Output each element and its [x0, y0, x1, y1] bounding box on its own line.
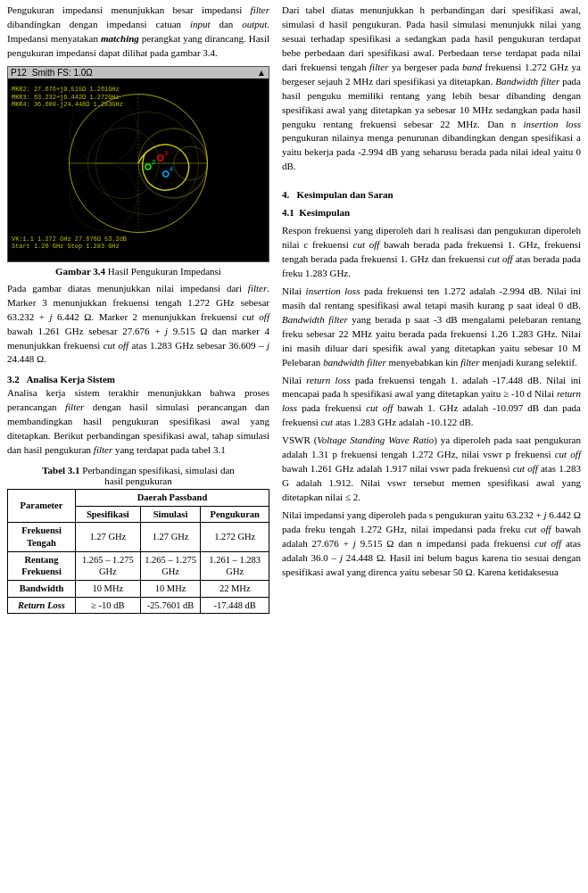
simulasi-rentang: 1.265 – 1.275 GHz	[140, 551, 201, 580]
spesifikasi-rentang: 1.265 – 1.275 GHz	[76, 551, 141, 580]
section-41-head: 4.1 Kesimpulan	[282, 206, 581, 220]
page-container: Pengukuran impedansi menunjukkan besar i…	[0, 0, 588, 893]
right-para-4: Nilai return loss pada frekuensi tengah …	[282, 374, 581, 431]
section-32-body: Analisa kerja sistem terakhir menunjukka…	[7, 386, 269, 458]
intro-para-1: Pengukuran impedansi menunjukkan besar i…	[7, 4, 269, 61]
col-simulasi: Simulasi	[140, 506, 201, 523]
simulasi-return-loss: -25.7601 dB	[140, 597, 201, 614]
smith-title-left: P12 Smith FS: 1.0Ω	[11, 68, 93, 78]
smith-chart-svg: 3 2 4 VK:1.1 1.272 GHz 27.676Ω 53.2dB St…	[8, 79, 269, 253]
pengukuran-bandwidth: 22 MHz	[201, 580, 269, 597]
left-para-marker: Pada gambar diatas menunjukkan nilai imp…	[7, 282, 269, 368]
svg-text:MKR2: 27.676+j9.515Ω  1.261GHz: MKR2: 27.676+j9.515Ω 1.261GHz	[12, 85, 120, 92]
table-title: Tabel 3.1 Perbandingan spesifikasi, simu…	[7, 465, 269, 486]
spesifikasi-bandwidth: 10 MHz	[76, 580, 141, 597]
table-row: Rentang Frekuensi 1.265 – 1.275 GHz 1.26…	[8, 551, 269, 580]
right-para-2: Respon frekuensi yang diperoleh dari h r…	[282, 224, 581, 281]
simulasi-frek-tengah: 1.27 GHz	[140, 523, 201, 551]
smith-chart-body: 3 2 4 VK:1.1 1.272 GHz 27.676Ω 53.2dB St…	[8, 79, 269, 253]
smith-window-controls: ▲	[257, 68, 266, 78]
smith-chart-titlebar: P12 Smith FS: 1.0Ω ▲	[8, 67, 269, 79]
svg-text:VK:1.1  1.272 GHz  27.676Ω  53: VK:1.1 1.272 GHz 27.676Ω 53.2dB	[12, 236, 127, 243]
comparison-table: Parameter Daerah Passband Spesifikasi Si…	[7, 489, 269, 614]
pengukuran-rentang: 1.261 – 1.283 GHz	[201, 551, 269, 580]
smith-fs-label: Smith FS: 1.0Ω	[32, 68, 93, 78]
svg-text:2: 2	[152, 158, 156, 166]
smith-title: P12	[11, 68, 27, 78]
col-pengukuran: Pengukuran	[201, 506, 269, 523]
col-parameter: Parameter	[8, 490, 76, 523]
table-row: Bandwidth 10 MHz 10 MHz 22 MHz	[8, 580, 269, 597]
spesifikasi-frek-tengah: 1.27 GHz	[76, 523, 141, 551]
right-column: Dari tabel diatas menunjukkan h perbandi…	[277, 0, 588, 893]
svg-text:MKR4: 36.609-j24.448Ω 1.283GHz: MKR4: 36.609-j24.448Ω 1.283GHz	[12, 101, 123, 108]
section-32-head: 3.2 Analisa Kerja Sistem	[7, 374, 269, 384]
matching-text: matching	[101, 33, 139, 44]
svg-text:4: 4	[170, 165, 174, 173]
table-row: Return Loss ≥ -10 dB -25.7601 dB -17.448…	[8, 597, 269, 614]
table-row: Frekuensi Tengah 1.27 GHz 1.27 GHz 1.272…	[8, 523, 269, 551]
pengukuran-return-loss: -17.448 dB	[201, 597, 269, 614]
smith-chart-container: P12 Smith FS: 1.0Ω ▲	[7, 66, 269, 262]
pengukuran-frek-tengah: 1.272 GHz	[201, 523, 269, 551]
right-para-3: Nilai insertion loss pada frekuensi ten …	[282, 285, 581, 370]
spesifikasi-return-loss: ≥ -10 dB	[76, 597, 141, 614]
svg-text:Start 1.26 GHz    Stop 1.283 G: Start 1.26 GHz Stop 1.283 GHz	[12, 243, 120, 250]
param-frek-tengah: Frekuensi Tengah	[8, 523, 76, 551]
param-bandwidth: Bandwidth	[8, 580, 76, 597]
right-para-1: Dari tabel diatas menunjukkan h perbandi…	[282, 4, 581, 174]
section-4-head: 4. Kesimpulan dan Saran	[282, 188, 581, 203]
param-return-loss: Return Loss	[8, 597, 76, 614]
simulasi-bandwidth: 10 MHz	[140, 580, 201, 597]
left-column: Pengukuran impedansi menunjukkan besar i…	[0, 0, 277, 893]
col-spesifikasi: Spesifikasi	[76, 506, 141, 523]
fig-caption: Gambar 3.4 Hasil Pengukuran Impedansi	[7, 266, 269, 277]
param-rentang: Rentang Frekuensi	[8, 551, 76, 580]
right-para-6: Nilai impedansi yang diperoleh pada s pe…	[282, 509, 581, 580]
svg-text:3: 3	[164, 149, 169, 157]
right-para-5: VSWR (Voltage Standing Wave Ratio) ya di…	[282, 434, 581, 505]
svg-text:MKR3: 63.232+j6.442Ω  1.272GHz: MKR3: 63.232+j6.442Ω 1.272GHz	[12, 93, 120, 100]
col-passband-header: Daerah Passband	[76, 490, 269, 507]
